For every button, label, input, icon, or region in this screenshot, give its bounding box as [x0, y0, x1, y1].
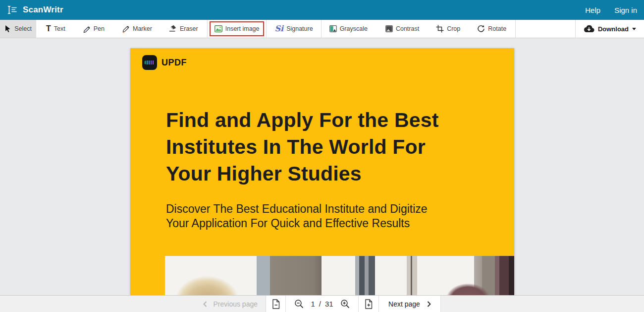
- pen-tool-button[interactable]: Pen: [77, 20, 109, 38]
- previous-page-label: Previous page: [213, 300, 258, 308]
- previous-page-button[interactable]: Previous page: [195, 300, 266, 308]
- rotate-tool-label: Rotate: [488, 25, 506, 32]
- zoom-controls: 1 / 31: [286, 296, 359, 312]
- text-tool-button[interactable]: T Text: [41, 20, 70, 38]
- insert-image-icon: [215, 25, 222, 32]
- contrast-icon: [385, 25, 393, 32]
- cloud-download-icon: [584, 25, 594, 33]
- text-tool-label: Text: [54, 25, 65, 32]
- insert-image-tool-button[interactable]: Insert image: [210, 21, 265, 36]
- add-page-button[interactable]: [359, 296, 379, 312]
- document-heading: Find and Apply For the Best Institutes I…: [166, 107, 439, 187]
- updf-logo-icon: [142, 55, 157, 70]
- pagination-right-area: [441, 296, 644, 312]
- toolbar-divider: [321, 20, 322, 38]
- brand: ScanWritr: [7, 4, 63, 15]
- updf-logo-text: UPDF: [161, 58, 187, 68]
- marker-tool-button[interactable]: Marker: [116, 20, 157, 38]
- document-page[interactable]: UPDF Find and Apply For the Best Institu…: [130, 48, 514, 295]
- current-page-number: 1: [311, 300, 315, 308]
- pagination-bar: Previous page 1 /: [0, 295, 644, 312]
- crop-tool-button[interactable]: Crop: [431, 20, 465, 38]
- download-label: Download: [598, 25, 629, 33]
- marker-tool-label: Marker: [133, 25, 152, 32]
- toolbar-divider: [36, 20, 36, 38]
- insert-image-tool-label: Insert image: [225, 25, 260, 32]
- signature-tool-label: Signature: [286, 25, 313, 32]
- signature-tool-button[interactable]: Si Signature: [269, 20, 318, 38]
- zoom-in-button[interactable]: [340, 299, 350, 309]
- document-photo: [165, 256, 514, 295]
- eraser-icon: [168, 25, 177, 33]
- pen-icon: [82, 25, 91, 33]
- select-tool-label: Select: [14, 25, 32, 32]
- rotate-tool-button[interactable]: Rotate: [472, 20, 511, 38]
- grayscale-icon: [329, 25, 337, 32]
- page-add-icon: [365, 299, 373, 309]
- help-link[interactable]: Help: [585, 6, 600, 14]
- updf-logo: UPDF: [142, 55, 187, 70]
- editor-toolbar: Select T Text Pen M: [0, 20, 644, 38]
- heading-line-3: Your Higher Studies: [166, 160, 439, 187]
- toolbar-divider: [207, 20, 208, 38]
- grayscale-tool-button[interactable]: Grayscale: [324, 20, 373, 38]
- next-page-button[interactable]: Next page: [379, 296, 441, 312]
- sign-in-link[interactable]: Sign in: [614, 6, 637, 14]
- cursor-icon: [4, 25, 11, 33]
- contrast-tool-button[interactable]: Contrast: [380, 20, 424, 38]
- scanwritr-logo-icon: [7, 4, 18, 15]
- rotate-icon: [477, 25, 485, 33]
- contrast-tool-label: Contrast: [396, 25, 419, 32]
- subtext-line-1: Discover The Best Educational Institute …: [166, 202, 428, 216]
- text-icon: T: [46, 25, 51, 33]
- document-subtext: Discover The Best Educational Institute …: [166, 202, 428, 231]
- scanwritr-app: ScanWritr Help Sign in Select T Text: [0, 0, 644, 312]
- eraser-tool-label: Eraser: [180, 25, 198, 32]
- subtext-line-2: Your Application For Quick and Effective…: [166, 216, 428, 231]
- toolbar-divider: [266, 20, 267, 38]
- marker-icon: [121, 25, 130, 33]
- crop-tool-label: Crop: [447, 25, 460, 32]
- zoom-out-button[interactable]: [294, 299, 304, 309]
- page-remove-icon: [272, 299, 280, 309]
- chevron-down-icon: [632, 28, 636, 30]
- heading-line-1: Find and Apply For the Best: [166, 107, 439, 133]
- heading-line-2: Institutes In The World For: [166, 133, 439, 160]
- chevron-right-icon: [427, 301, 431, 307]
- select-tool-button[interactable]: Select: [0, 20, 36, 38]
- page-counter: 1 / 31: [311, 300, 333, 308]
- toolbar-divider: [515, 20, 516, 38]
- eraser-tool-button[interactable]: Eraser: [163, 20, 203, 38]
- page-separator: /: [319, 300, 321, 308]
- signature-icon: Si: [274, 25, 283, 33]
- pagination-left-area: Previous page: [0, 296, 266, 312]
- header-bar: ScanWritr Help Sign in: [0, 0, 644, 20]
- pen-tool-label: Pen: [94, 25, 105, 32]
- chevron-left-icon: [203, 301, 207, 307]
- crop-icon: [436, 25, 444, 33]
- total-pages-number: 31: [325, 300, 333, 308]
- app-title: ScanWritr: [23, 5, 63, 15]
- document-canvas[interactable]: UPDF Find and Apply For the Best Institu…: [0, 38, 644, 295]
- next-page-label: Next page: [388, 300, 420, 308]
- remove-page-button[interactable]: [266, 296, 286, 312]
- download-button[interactable]: Download: [576, 20, 644, 38]
- grayscale-tool-label: Grayscale: [340, 25, 368, 32]
